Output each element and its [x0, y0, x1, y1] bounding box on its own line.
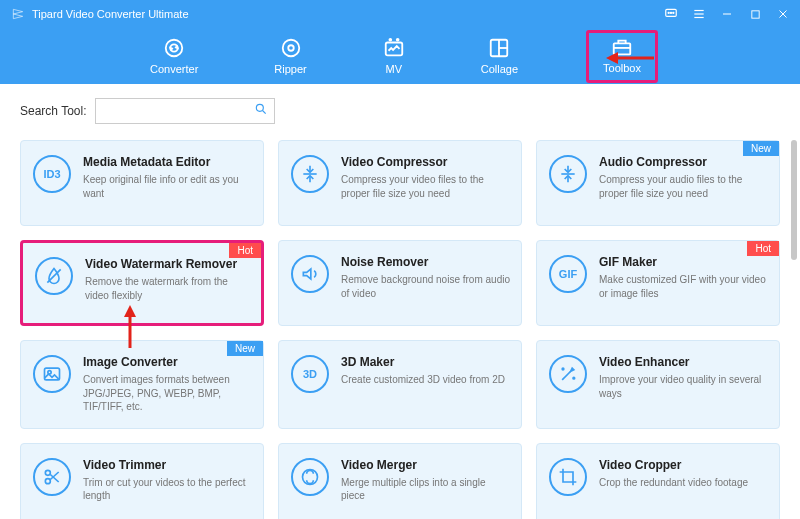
- tool-desc: Remove the watermark from the video flex…: [85, 275, 251, 302]
- svg-point-2: [670, 12, 671, 13]
- mv-icon: [383, 37, 405, 59]
- tool-title: Video Merger: [341, 458, 511, 472]
- nav-ripper[interactable]: Ripper: [266, 33, 314, 79]
- tool-title: Video Enhancer: [599, 355, 769, 369]
- svg-rect-8: [751, 10, 758, 17]
- search-box[interactable]: [95, 98, 275, 124]
- tool-title: Video Compressor: [341, 155, 511, 169]
- window-controls: [664, 7, 790, 21]
- menu-icon[interactable]: [692, 7, 706, 21]
- close-icon[interactable]: [776, 7, 790, 21]
- gif-icon: GIF: [549, 255, 587, 293]
- tool-video-compressor[interactable]: Video Compressor Compress your video fil…: [278, 140, 522, 226]
- maximize-icon[interactable]: [748, 7, 762, 21]
- noise-icon: [291, 255, 329, 293]
- tool-title: Video Watermark Remover: [85, 257, 251, 271]
- nav-label: Converter: [150, 63, 198, 75]
- audio-compress-icon: [549, 155, 587, 193]
- image-icon: [33, 355, 71, 393]
- svg-point-34: [573, 377, 575, 379]
- svg-rect-20: [614, 43, 631, 54]
- toolbox-icon: [611, 36, 633, 58]
- search-input[interactable]: [102, 104, 254, 118]
- main-navbar: Converter Ripper MV Collage Toolbox: [0, 28, 800, 84]
- tool-desc: Create customized 3D video from 2D: [341, 373, 511, 387]
- converter-icon: [163, 37, 185, 59]
- nav-label: Collage: [481, 63, 518, 75]
- watermark-icon: [35, 257, 73, 295]
- nav-label: MV: [385, 63, 402, 75]
- nav-label: Ripper: [274, 63, 306, 75]
- svg-point-16: [396, 39, 398, 41]
- id3-icon: ID3: [33, 155, 71, 193]
- svg-point-12: [282, 40, 299, 57]
- tool-title: GIF Maker: [599, 255, 769, 269]
- tool-title: Video Cropper: [599, 458, 769, 472]
- nav-converter[interactable]: Converter: [142, 33, 206, 79]
- tool-title: 3D Maker: [341, 355, 511, 369]
- tool-image-converter[interactable]: New Image Converter Convert images forma…: [20, 340, 264, 429]
- tool-title: Video Trimmer: [83, 458, 253, 472]
- tool-desc: Merge multiple clips into a single piece: [341, 476, 511, 503]
- svg-point-36: [45, 478, 50, 483]
- tool-desc: Compress your audio files to the proper …: [599, 173, 769, 200]
- tool-video-enhancer[interactable]: Video Enhancer Improve your video qualit…: [536, 340, 780, 429]
- svg-point-15: [389, 39, 391, 41]
- new-badge: New: [743, 141, 779, 156]
- nav-collage[interactable]: Collage: [473, 33, 526, 79]
- tool-title: Audio Compressor: [599, 155, 769, 169]
- tool-desc: Make customized GIF with your video or i…: [599, 273, 769, 300]
- content-area: Search Tool: ID3 Media Metadata Editor K…: [0, 84, 800, 519]
- tool-desc: Improve your video quality in several wa…: [599, 373, 769, 400]
- search-label: Search Tool:: [20, 104, 87, 118]
- svg-point-13: [288, 45, 294, 51]
- nav-label: Toolbox: [603, 62, 641, 74]
- tool-video-watermark-remover[interactable]: Hot Video Watermark Remover Remove the w…: [20, 240, 264, 326]
- ripper-icon: [280, 37, 302, 59]
- titlebar: Tipard Video Converter Ultimate: [0, 0, 800, 28]
- compress-icon: [291, 155, 329, 193]
- app-logo-icon: [10, 6, 26, 22]
- tool-desc: Keep original file info or edit as you w…: [83, 173, 253, 200]
- tool-media-metadata-editor[interactable]: ID3 Media Metadata Editor Keep original …: [20, 140, 264, 226]
- three-d-icon: 3D: [291, 355, 329, 393]
- tool-3d-maker[interactable]: 3D 3D Maker Create customized 3D video f…: [278, 340, 522, 429]
- scrollbar[interactable]: [791, 140, 797, 260]
- collage-icon: [488, 37, 510, 59]
- new-badge: New: [227, 341, 263, 356]
- app-title: Tipard Video Converter Ultimate: [32, 8, 664, 20]
- nav-mv[interactable]: MV: [375, 33, 413, 79]
- svg-point-35: [45, 470, 50, 475]
- svg-point-1: [668, 12, 669, 13]
- tool-noise-remover[interactable]: Noise Remover Remove background noise fr…: [278, 240, 522, 326]
- nav-toolbox[interactable]: Toolbox: [586, 30, 658, 83]
- tool-title: Image Converter: [83, 355, 253, 369]
- svg-point-33: [562, 368, 564, 370]
- svg-point-3: [673, 12, 674, 13]
- search-icon[interactable]: [254, 102, 268, 120]
- merger-icon: [291, 458, 329, 496]
- tool-video-cropper[interactable]: Video Cropper Crop the redundant video f…: [536, 443, 780, 520]
- tool-desc: Trim or cut your videos to the perfect l…: [83, 476, 253, 503]
- tool-title: Media Metadata Editor: [83, 155, 253, 169]
- feedback-icon[interactable]: [664, 7, 678, 21]
- tool-video-merger[interactable]: Video Merger Merge multiple clips into a…: [278, 443, 522, 520]
- search-row: Search Tool:: [20, 98, 780, 124]
- svg-point-11: [166, 40, 183, 57]
- minimize-icon[interactable]: [720, 7, 734, 21]
- hot-badge: Hot: [747, 241, 779, 256]
- svg-point-39: [303, 469, 318, 484]
- tool-desc: Remove background noise from audio of vi…: [341, 273, 511, 300]
- tool-gif-maker[interactable]: Hot GIF GIF Maker Make customized GIF wi…: [536, 240, 780, 326]
- tool-audio-compressor[interactable]: New Audio Compressor Compress your audio…: [536, 140, 780, 226]
- tool-video-trimmer[interactable]: Video Trimmer Trim or cut your videos to…: [20, 443, 264, 520]
- tool-grid: ID3 Media Metadata Editor Keep original …: [20, 140, 780, 519]
- hot-badge: Hot: [229, 243, 261, 258]
- cropper-icon: [549, 458, 587, 496]
- tool-desc: Convert images formats between JPG/JPEG,…: [83, 373, 253, 414]
- trimmer-icon: [33, 458, 71, 496]
- svg-point-22: [256, 104, 263, 111]
- svg-line-23: [262, 111, 265, 114]
- tool-desc: Crop the redundant video footage: [599, 476, 769, 490]
- tool-title: Noise Remover: [341, 255, 511, 269]
